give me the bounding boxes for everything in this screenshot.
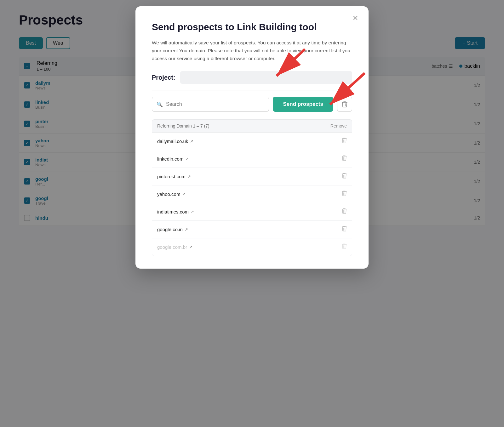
external-link-icon: ↗ <box>185 157 189 161</box>
remove-item-button[interactable] <box>342 191 347 198</box>
search-box: 🔍 <box>152 97 269 112</box>
list-body: dailymail.co.uk ↗ linkedin.com ↗ pintere… <box>152 133 352 256</box>
external-link-icon: ↗ <box>189 245 192 249</box>
list-item-domain: dailymail.co.uk ↗ <box>157 139 193 144</box>
list-item: yahoo.com ↗ <box>152 185 352 203</box>
list-item: google.co.in ↗ <box>152 221 352 238</box>
modal-description: We will automatically save your list of … <box>152 39 352 62</box>
external-link-icon: ↗ <box>185 227 188 232</box>
remove-item-button[interactable] <box>342 243 347 251</box>
list-item: dailymail.co.uk ↗ <box>152 133 352 150</box>
list-item-domain: pinterest.com ↗ <box>157 174 191 179</box>
external-link-icon: ↗ <box>191 209 194 214</box>
remove-item-button[interactable] <box>342 208 347 215</box>
trash-icon <box>342 191 347 196</box>
list-item: linkedin.com ↗ <box>152 150 352 168</box>
list-item-domain: google.co.in ↗ <box>157 227 188 232</box>
external-link-icon: ↗ <box>187 174 191 179</box>
list-item-domain: google.com.br ↗ <box>157 244 192 250</box>
trash-icon <box>342 243 347 249</box>
search-icon: 🔍 <box>157 101 163 107</box>
list-header-domain: Referring Domain 1 – 7 (7) <box>157 123 209 128</box>
list-header-remove: Remove <box>330 123 347 128</box>
list-item: indiatimes.com ↗ <box>152 203 352 221</box>
trash-icon <box>342 173 347 179</box>
modal-overlay: ✕ Send prospects to Link Building tool W… <box>0 0 504 427</box>
modal-title: Send prospects to Link Building tool <box>152 21 352 33</box>
list-item-domain: indiatimes.com ↗ <box>157 209 194 214</box>
trash-icon <box>342 208 347 214</box>
remove-item-button[interactable] <box>342 138 347 145</box>
remove-item-button[interactable] <box>342 226 347 233</box>
remove-item-button[interactable] <box>342 173 347 180</box>
list-item-domain: linkedin.com ↗ <box>157 156 189 162</box>
list-header: Referring Domain 1 – 7 (7) Remove <box>152 119 352 133</box>
trash-icon <box>342 155 347 161</box>
close-button[interactable]: ✕ <box>350 13 361 24</box>
remove-item-button[interactable] <box>342 155 347 162</box>
search-input[interactable] <box>166 101 264 107</box>
svg-line-3 <box>330 73 365 105</box>
trash-icon <box>342 138 347 143</box>
list-item-domain: yahoo.com ↗ <box>157 191 186 197</box>
prospects-list: Referring Domain 1 – 7 (7) Remove dailym… <box>152 119 352 256</box>
external-link-icon: ↗ <box>190 139 193 144</box>
arrow-send <box>299 70 368 111</box>
modal-dialog: ✕ Send prospects to Link Building tool W… <box>135 6 369 269</box>
list-item: pinterest.com ↗ <box>152 168 352 185</box>
project-label: Project: <box>152 74 175 81</box>
trash-icon <box>342 226 347 231</box>
external-link-icon: ↗ <box>182 192 186 196</box>
search-send-row: 🔍 Send prospects <box>152 97 352 112</box>
list-item: google.com.br ↗ <box>152 238 352 256</box>
